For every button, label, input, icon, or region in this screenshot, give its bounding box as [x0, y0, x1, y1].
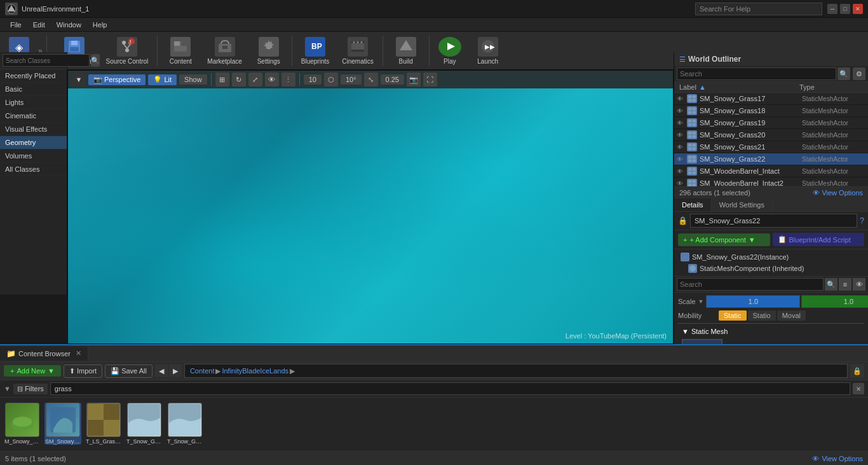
cb-back-button[interactable]: ◀ — [155, 364, 168, 377]
category-visual-effects[interactable]: Visual Effects — [0, 123, 67, 136]
add-component-button[interactable]: + + Add Component ▼ — [678, 233, 770, 246]
vp-fullscreen-icon[interactable]: ⛶ — [423, 73, 437, 87]
cb-tab-close[interactable]: ✕ — [76, 349, 81, 357]
eye-toggle[interactable]: 👁 — [677, 156, 687, 163]
category-recently-placed[interactable]: Recently Placed — [0, 69, 67, 83]
source-control-button[interactable]: ! Source Control — [101, 34, 154, 67]
tab-world-settings[interactable]: World Settings — [712, 198, 773, 211]
component-inherited[interactable]: StaticMeshComponent (Inherited) — [678, 263, 864, 274]
menu-window[interactable]: Window — [51, 20, 86, 30]
outliner-search-button[interactable]: 🔍 — [837, 67, 850, 80]
eye-toggle[interactable]: 👁 — [677, 180, 687, 187]
launch-button[interactable]: ▶▶ Launch — [469, 34, 507, 67]
maximize-button[interactable]: □ — [840, 4, 850, 14]
vp-rotate-icon[interactable]: ↻ — [232, 73, 246, 87]
col-label-header[interactable]: Label ▲ — [679, 83, 799, 91]
details-name-input[interactable] — [690, 214, 857, 228]
scale-y-input[interactable] — [801, 295, 868, 308]
eye-toggle[interactable]: 👁 — [677, 144, 687, 151]
category-cinematic[interactable]: Cinematic — [0, 109, 67, 123]
cinematics-button[interactable]: Cinematics — [337, 34, 378, 67]
vp-grid-snap-icon[interactable]: ⬡ — [324, 73, 338, 87]
eye-toggle[interactable]: 👁 — [677, 120, 687, 127]
content-browser-tab[interactable]: 📁 Content Browser ✕ — [0, 347, 88, 361]
search-class-input[interactable] — [3, 54, 90, 67]
outliner-row[interactable]: 👁 SM_Snowy_Grass17 StaticMeshActor — [674, 93, 868, 105]
angle-value-button[interactable]: 10° — [341, 74, 362, 85]
import-button[interactable]: ⬆ Import — [64, 364, 102, 378]
menu-file[interactable]: File — [5, 20, 27, 30]
content-button[interactable]: Content — [161, 34, 200, 67]
cb-forward-button[interactable]: ▶ — [169, 364, 182, 377]
cb-lock-button[interactable]: 🔒 — [850, 364, 864, 378]
vp-view-icon[interactable]: 👁 — [265, 73, 279, 87]
outliner-row[interactable]: 👁 SM_WoodenBarrel_Intact StaticMeshActor — [674, 165, 868, 177]
mobility-statio-button[interactable]: Statio — [748, 310, 776, 321]
viewport[interactable]: ▼ 📷 Perspective 💡 Lit Show ⊞ ↻ ⤢ 👁 ⋮ 10 … — [67, 70, 674, 344]
search-help-input[interactable]: Search For Help — [695, 3, 822, 15]
lit-button[interactable]: 💡 Lit — [148, 74, 177, 85]
category-geometry[interactable]: Geometry — [0, 136, 67, 149]
save-all-button[interactable]: 💾 Save All — [105, 364, 153, 378]
vp-move-icon[interactable]: ⤢ — [248, 73, 262, 87]
eye-toggle[interactable]: 👁 — [677, 168, 687, 175]
category-all-classes[interactable]: All Classes — [0, 163, 67, 176]
menu-edit[interactable]: Edit — [28, 20, 50, 30]
outliner-row[interactable]: 👁 SM_Snowy_Grass22 StaticMeshActor — [674, 153, 868, 165]
mobility-static-button[interactable]: Static — [719, 310, 747, 321]
vp-more-icon[interactable]: ⋮ — [281, 73, 295, 87]
grid-value-button[interactable]: 10 — [304, 74, 322, 85]
play-button[interactable]: Play — [433, 34, 466, 67]
cb-path-folder[interactable]: InfinityBladeIceLands — [222, 367, 288, 375]
category-basic[interactable]: Basic — [0, 83, 67, 96]
question-icon[interactable]: ? — [860, 216, 864, 225]
eye-toggle[interactable]: 👁 — [677, 132, 687, 139]
vp-camera-icon[interactable]: 📷 — [407, 73, 421, 87]
content-item[interactable]: T_Snow_Grass_F... — [166, 403, 203, 445]
filters-button[interactable]: ⊟ Filters — [13, 384, 48, 394]
marketplace-button[interactable]: Marketplace — [202, 34, 247, 67]
mobility-moval-button[interactable]: Moval — [777, 310, 806, 321]
vp-grid-icon[interactable]: ⊞ — [215, 73, 229, 87]
outliner-row[interactable]: 👁 SM_Snowy_Grass21 StaticMeshActor — [674, 141, 868, 153]
minimize-button[interactable]: ─ — [827, 4, 837, 14]
add-new-button[interactable]: + Add New ▼ — [4, 365, 61, 377]
blueprints-button[interactable]: BP Blueprints — [296, 34, 334, 67]
outliner-search-input[interactable] — [677, 67, 836, 80]
outliner-row[interactable]: 👁 SM_Snowy_Grass19 StaticMeshActor — [674, 117, 868, 129]
content-item[interactable]: M_Snowy_...Grass — [4, 403, 41, 445]
outliner-row[interactable]: 👁 SM_WoodenBarrel_Intact2 StaticMeshActo… — [674, 177, 868, 186]
cb-view-options-button[interactable]: 👁 View Options — [812, 455, 863, 462]
content-item[interactable]: T_LS_Grass_01... — [85, 403, 122, 445]
col-type-header[interactable]: Type — [799, 83, 863, 91]
outliner-row[interactable]: 👁 SM_Snowy_Grass18 StaticMeshActor — [674, 105, 868, 117]
perspective-button[interactable]: 📷 Perspective — [88, 74, 146, 85]
category-volumes[interactable]: Volumes — [0, 149, 67, 163]
component-instance[interactable]: SM_Snowy_Grass22(Instance) — [678, 251, 864, 263]
content-item[interactable]: T_Snow_Grass_D... — [126, 403, 163, 445]
blueprint-button[interactable]: 📋 Blueprint/Add Script — [773, 233, 865, 246]
view-options-button[interactable]: 👁 View Options — [813, 189, 863, 197]
content-item[interactable]: SM_Snowy_...Grass — [44, 403, 81, 445]
details-search-button[interactable]: 🔍 — [825, 278, 837, 291]
viewport-dropdown[interactable]: ▼ — [72, 73, 86, 87]
outliner-settings-button[interactable]: ⚙ — [853, 67, 865, 80]
menu-help[interactable]: Help — [88, 20, 112, 30]
category-lights[interactable]: Lights — [0, 96, 67, 109]
search-class-button[interactable]: 🔍 — [91, 54, 100, 67]
details-list-view[interactable]: ≡ — [839, 278, 851, 291]
vp-scale-icon[interactable]: ⤡ — [364, 73, 378, 87]
details-search-input[interactable] — [677, 278, 824, 291]
build-button[interactable]: Build — [387, 34, 425, 67]
tab-details[interactable]: Details — [674, 198, 712, 211]
show-button[interactable]: Show — [179, 74, 207, 85]
content-search-input[interactable] — [50, 382, 850, 395]
cb-path-root[interactable]: Content — [190, 367, 215, 375]
eye-toggle[interactable]: 👁 — [677, 95, 687, 102]
scale-x-input[interactable] — [706, 295, 800, 308]
close-button[interactable]: ✕ — [853, 4, 863, 14]
static-mesh-header[interactable]: ▼ Static Mesh — [682, 326, 860, 337]
eye-toggle[interactable]: 👁 — [677, 108, 687, 115]
details-eye-button[interactable]: 👁 — [853, 278, 865, 291]
scale-value-button[interactable]: 0.25 — [381, 74, 404, 85]
